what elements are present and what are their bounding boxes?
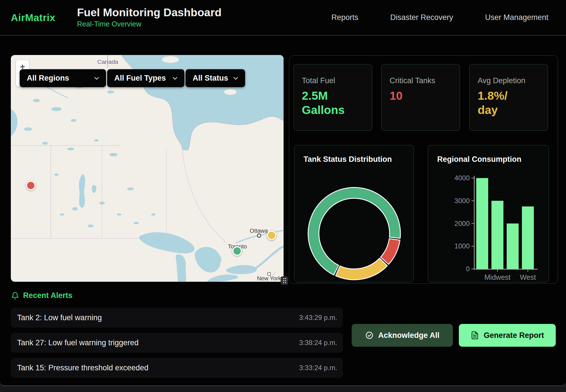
regional-consumption-card: Regional Consumption 01000200030004000Mi… <box>428 145 549 282</box>
fuel-type-filter-value: All Fuel Types <box>114 74 166 83</box>
kpi-value: 2.5M Gallons <box>302 89 352 117</box>
alert-row: Tank 2: Low fuel warning 3:43:29 p.m. <box>11 308 343 328</box>
map-drag-handle[interactable] <box>281 276 288 285</box>
header: AirMatrix Fuel Monitoring Dashboard Real… <box>0 0 566 36</box>
bar-x-tick-label: Midwest <box>484 273 511 281</box>
alert-row: Tank 27: Low fuel warning triggered 3:38… <box>11 333 343 353</box>
regional-consumption-bar-chart: 01000200030004000MidwestWest <box>428 145 549 283</box>
nav-item-user-management[interactable]: User Management <box>485 13 548 22</box>
kpi-card-critical-tanks: Critical Tanks 10 <box>381 64 460 131</box>
chart-title: Tank Status Distribution <box>304 155 392 164</box>
alert-time: 3:38:24 p.m. <box>299 339 337 347</box>
kpi-card-total-fuel: Total Fuel 2.5M Gallons <box>294 64 372 131</box>
alert-time: 3:43:29 p.m. <box>299 314 337 322</box>
chart-title: Regional Consumption <box>437 155 521 164</box>
map-city-marker <box>267 272 271 276</box>
bar-y-tick: 2000 <box>455 220 470 227</box>
alert-text: Tank 27: Low fuel warning triggered <box>17 338 139 347</box>
app-window: AirMatrix Fuel Monitoring Dashboard Real… <box>0 0 566 386</box>
kpi-label: Avg Depletion <box>478 76 548 85</box>
kpi-value: 1.8%/​day <box>478 89 528 117</box>
brand-logo[interactable]: AirMatrix <box>11 12 55 23</box>
map-label-country: Canada <box>97 58 118 65</box>
alert-time: 3:33:24 p.m. <box>299 364 337 372</box>
region-filter-value: All Regions <box>27 74 69 83</box>
page-title: Fuel Monitoring Dashboard <box>77 7 221 19</box>
kpi-card-avg-depletion: Avg Depletion 1.8%/​day <box>469 64 548 131</box>
tank-marker-warning[interactable] <box>267 230 276 240</box>
fuel-map[interactable]: Canada OttawaTorontoNew York + − All Reg… <box>11 55 284 282</box>
bar-2 <box>507 224 519 269</box>
kpi-label: Total Fuel <box>302 76 372 85</box>
map-city-marker <box>257 234 261 238</box>
tank-marker-normal[interactable] <box>232 246 242 256</box>
map-city-label-ottawa: Ottawa <box>250 228 268 234</box>
recent-alerts-header: Recent Alerts <box>11 291 72 300</box>
chevron-down-icon <box>93 75 100 82</box>
title-block: Fuel Monitoring Dashboard Real-Time Over… <box>77 7 221 28</box>
bar-y-tick: 4000 <box>455 174 470 182</box>
chevron-down-icon <box>232 75 239 82</box>
bar-3 <box>522 207 534 269</box>
alert-text: Tank 15: Pressure threshold exceeded <box>17 364 148 372</box>
acknowledge-all-button[interactable]: Acknowledge All <box>352 324 453 347</box>
bar-y-tick: 3000 <box>455 197 470 205</box>
donut-segment-critical <box>380 239 400 264</box>
bar-0 <box>476 178 488 269</box>
check-circle-icon <box>365 331 374 340</box>
acknowledge-all-label: Acknowledge All <box>378 331 439 340</box>
page-subtitle: Real-Time Overview <box>77 20 221 28</box>
nav-item-disaster-recovery[interactable]: Disaster Recovery <box>390 13 453 22</box>
map-city-label-new-york: New York <box>257 275 281 282</box>
generate-report-button[interactable]: Generate Report <box>459 324 556 347</box>
region-filter-dropdown[interactable]: All Regions <box>20 69 106 87</box>
bar-x-tick-label: West <box>520 273 536 281</box>
kpi-value: 10 <box>390 89 439 103</box>
bell-icon <box>11 292 19 300</box>
status-filter-dropdown[interactable]: All Status <box>186 69 245 87</box>
recent-alerts-title: Recent Alerts <box>23 291 72 300</box>
main-nav: Reports Disaster Recovery User Managemen… <box>331 13 566 22</box>
generate-report-label: Generate Report <box>484 331 544 340</box>
donut-segment-warning <box>336 258 388 280</box>
bar-y-tick: 1000 <box>455 242 470 250</box>
kpi-label: Critical Tanks <box>390 76 460 85</box>
status-filter-value: All Status <box>193 74 228 83</box>
tank-status-card: Tank Status Distribution <box>294 145 414 282</box>
nav-item-reports[interactable]: Reports <box>331 13 359 22</box>
bar-1 <box>491 201 503 269</box>
alert-row: Tank 15: Pressure threshold exceeded 3:3… <box>11 358 343 378</box>
map-filter-bar: All Regions All Fuel Types All Status <box>20 69 245 87</box>
fuel-type-filter-dropdown[interactable]: All Fuel Types <box>107 69 184 87</box>
tank-status-donut-chart <box>294 145 414 283</box>
tank-marker-critical[interactable] <box>26 181 36 190</box>
chevron-down-icon <box>171 75 179 82</box>
document-icon <box>471 331 479 340</box>
bar-y-tick: 0 <box>466 265 470 273</box>
alert-text: Tank 2: Low fuel warning <box>17 313 102 322</box>
